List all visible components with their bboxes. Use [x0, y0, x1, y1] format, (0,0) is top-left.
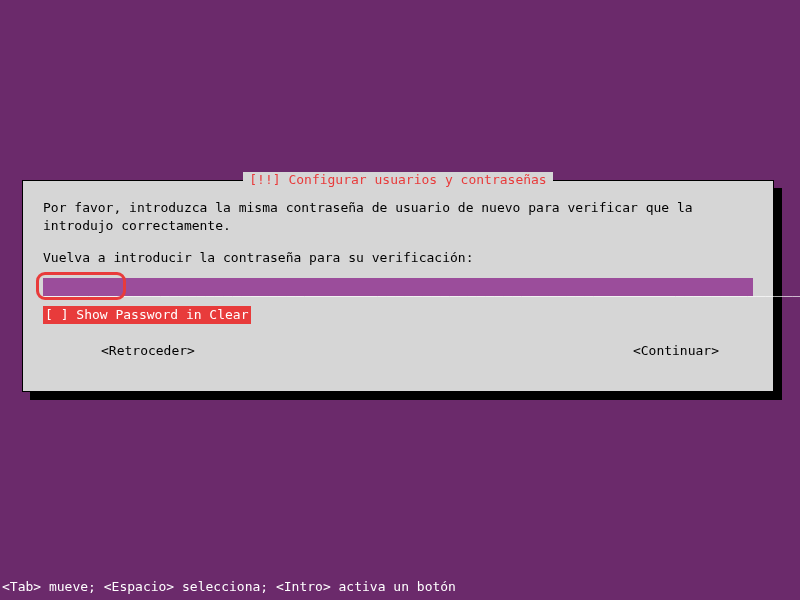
button-row: <Retroceder> <Continuar> — [43, 342, 753, 360]
dialog-body: Por favor, introduzca la misma contraseñ… — [23, 181, 773, 360]
password-input[interactable]: ________________________________________… — [43, 278, 753, 296]
prompt-text: Vuelva a introducir la contraseña para s… — [43, 249, 753, 267]
continue-button[interactable]: <Continuar> — [633, 342, 719, 360]
dialog-title-bar: [!!] Configurar usuarios y contraseñas — [23, 172, 773, 187]
back-button[interactable]: <Retroceder> — [101, 342, 195, 360]
show-password-checkbox[interactable]: [ ] Show Password in Clear — [43, 306, 251, 324]
password-dialog: [!!] Configurar usuarios y contraseñas P… — [22, 180, 774, 392]
password-placeholder: ________________________________________… — [43, 278, 800, 299]
footer-help-text: <Tab> mueve; <Espacio> selecciona; <Intr… — [0, 579, 456, 594]
instruction-text: Por favor, introduzca la misma contraseñ… — [43, 199, 753, 235]
dialog-title: [!!] Configurar usuarios y contraseñas — [243, 172, 552, 187]
